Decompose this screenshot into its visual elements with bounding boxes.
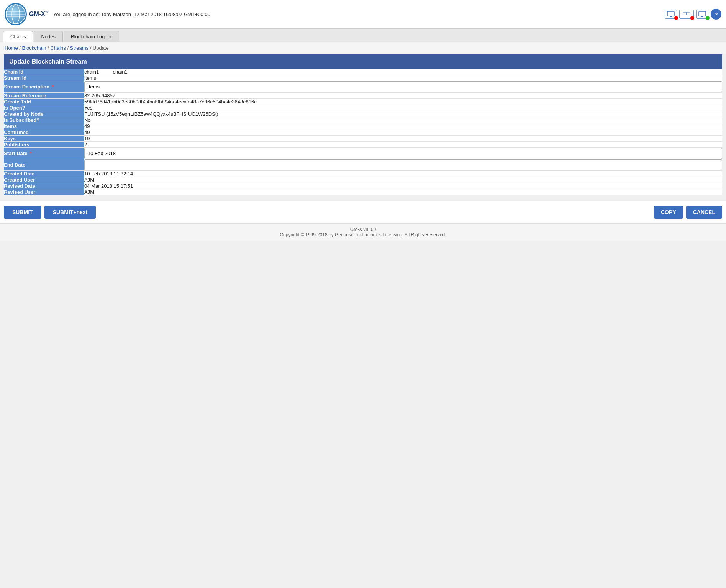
- tab-bar: Chains Nodes Blockchain Trigger: [0, 29, 726, 42]
- label-created-date: Created Date: [4, 171, 84, 177]
- copy-button[interactable]: COPY: [654, 206, 683, 219]
- value-create-txid: 59fdd76d41ab0d3e80b9db24baf9bb94aa4ecafd…: [84, 99, 722, 105]
- value-chain-id: chain1 chain1: [84, 69, 722, 75]
- label-chain-id: Chain Id: [4, 69, 84, 75]
- label-stream-reference: Stream Reference: [4, 93, 84, 99]
- monitor-double-minus-icon[interactable]: [679, 10, 694, 19]
- row-stream-description: Stream Description *: [4, 81, 722, 93]
- value-revised-date: 04 Mar 2018 15:17:51: [84, 183, 722, 189]
- value-created-user: AJM: [84, 177, 722, 183]
- svg-rect-6: [670, 16, 672, 17]
- tab-chains[interactable]: Chains: [3, 31, 33, 42]
- label-stream-id: Stream Id: [4, 75, 84, 81]
- row-created-by-node: Created by Node FUJITSU (15zV5eqhLfBZ5aw…: [4, 111, 722, 117]
- row-create-txid: Create TxId 59fdd76d41ab0d3e80b9db24baf9…: [4, 99, 722, 105]
- value-start-date: [84, 148, 722, 159]
- label-is-subscribed: Is Subscribed?: [4, 117, 84, 123]
- input-end-date[interactable]: [84, 159, 722, 170]
- row-publishers: Publishers 2: [4, 142, 722, 148]
- submit-next-button[interactable]: SUBMIT+next: [44, 206, 96, 219]
- value-is-open: Yes: [84, 105, 722, 111]
- form-table: Chain Id chain1 chain1 Stream Id items S…: [4, 69, 722, 195]
- help-button[interactable]: ?: [711, 9, 721, 20]
- submit-button[interactable]: SUBMIT: [4, 206, 41, 219]
- copyright-text: Copyright © 1999-2018 by Geoprise Techno…: [3, 232, 723, 237]
- header-icons: ?: [665, 9, 721, 20]
- row-revised-date: Revised Date 04 Mar 2018 15:17:51: [4, 183, 722, 189]
- label-is-open: Is Open?: [4, 105, 84, 111]
- svg-rect-12: [700, 17, 705, 17]
- row-is-subscribed: Is Subscribed? No: [4, 117, 722, 123]
- value-stream-description: [84, 81, 722, 93]
- value-created-date: 10 Feb 2018 11:32:14: [84, 171, 722, 177]
- breadcrumb: Home / Blockchain / Chains / Streams / U…: [0, 42, 726, 54]
- value-publishers: 2: [84, 142, 722, 148]
- breadcrumb-blockchain[interactable]: Blockchain: [22, 45, 46, 51]
- row-end-date: End Date: [4, 159, 722, 171]
- tab-blockchain-trigger[interactable]: Blockchain Trigger: [64, 31, 119, 42]
- svg-rect-10: [699, 11, 706, 16]
- label-start-date: Start Date *: [4, 148, 84, 159]
- row-stream-id: Stream Id items: [4, 75, 722, 81]
- page-footer: GM-X v8.0.0 Copyright © 1999-2018 by Geo…: [0, 223, 726, 241]
- label-create-txid: Create TxId: [4, 99, 84, 105]
- row-start-date: Start Date *: [4, 148, 722, 159]
- row-revised-user: Revised User AJM: [4, 189, 722, 195]
- svg-rect-5: [667, 11, 674, 16]
- monitor-plus-icon[interactable]: [696, 10, 708, 19]
- svg-rect-9: [687, 12, 690, 15]
- row-stream-reference: Stream Reference 82-265-64857: [4, 93, 722, 99]
- breadcrumb-streams[interactable]: Streams: [70, 45, 88, 51]
- form-title: Update Blockchain Stream: [4, 54, 722, 69]
- monitor-minus-icon[interactable]: [665, 10, 677, 19]
- label-created-by-node: Created by Node: [4, 111, 84, 117]
- label-revised-user: Revised User: [4, 189, 84, 195]
- value-keys: 19: [84, 136, 722, 142]
- svg-rect-7: [669, 17, 673, 17]
- label-items: Items: [4, 123, 84, 129]
- label-revised-date: Revised Date: [4, 183, 84, 189]
- row-created-user: Created User AJM: [4, 177, 722, 183]
- breadcrumb-home[interactable]: Home: [5, 45, 18, 51]
- label-confirmed: Confirmed: [4, 129, 84, 136]
- row-confirmed: Confirmed 49: [4, 129, 722, 136]
- cancel-button[interactable]: CANCEL: [686, 206, 722, 219]
- value-end-date: [84, 159, 722, 171]
- tab-nodes[interactable]: Nodes: [34, 31, 63, 42]
- label-end-date: End Date: [4, 159, 84, 171]
- value-items: 49: [84, 123, 722, 129]
- value-created-by-node: FUJITSU (15zV5eqhLfBZ5aw4QQyxk4sBFHSrUC1…: [84, 111, 722, 117]
- label-created-user: Created User: [4, 177, 84, 183]
- row-is-open: Is Open? Yes: [4, 105, 722, 111]
- label-stream-description: Stream Description *: [4, 81, 84, 93]
- version-text: GM-X v8.0.0: [3, 227, 723, 232]
- value-stream-reference: 82-265-64857: [84, 93, 722, 99]
- value-confirmed: 49: [84, 129, 722, 136]
- user-info-text: You are logged in as: Tony Marston [12 M…: [53, 11, 212, 17]
- svg-rect-8: [683, 12, 687, 15]
- value-stream-id: items: [84, 75, 722, 81]
- input-stream-description[interactable]: [84, 81, 722, 92]
- input-start-date[interactable]: [84, 148, 722, 159]
- label-publishers: Publishers: [4, 142, 84, 148]
- label-keys: Keys: [4, 136, 84, 142]
- breadcrumb-current: Update: [93, 45, 109, 51]
- breadcrumb-chains[interactable]: Chains: [50, 45, 66, 51]
- value-revised-user: AJM: [84, 189, 722, 195]
- svg-rect-11: [701, 16, 703, 17]
- value-is-subscribed: No: [84, 117, 722, 123]
- row-chain-id: Chain Id chain1 chain1: [4, 69, 722, 75]
- row-created-date: Created Date 10 Feb 2018 11:32:14: [4, 171, 722, 177]
- row-keys: Keys 19: [4, 136, 722, 142]
- logo: GM-X™: [5, 3, 49, 25]
- row-items: Items 49: [4, 123, 722, 129]
- action-footer: SUBMIT SUBMIT+next COPY CANCEL: [0, 201, 726, 223]
